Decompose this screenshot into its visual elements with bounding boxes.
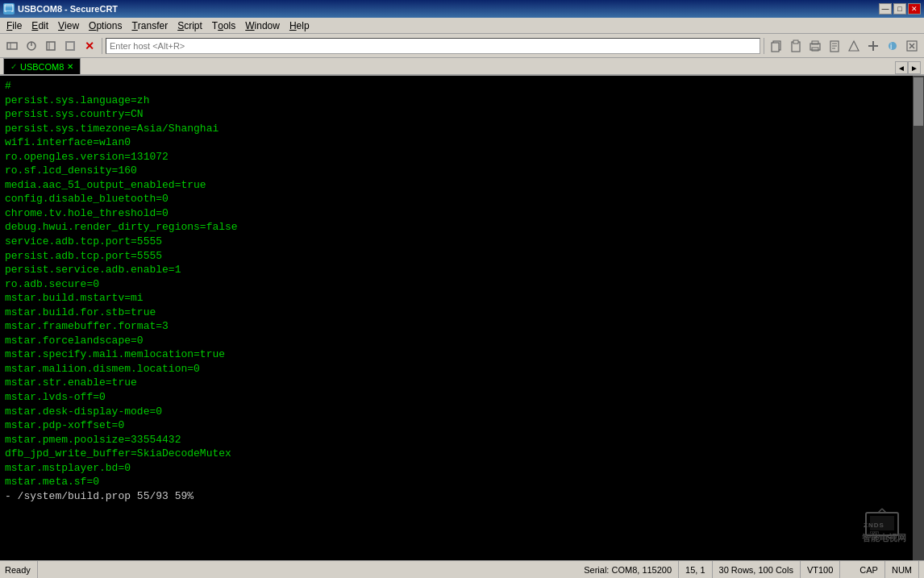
menu-options[interactable]: Options	[84, 18, 127, 33]
status-serial: Serial: COM8, 115200	[577, 561, 679, 578]
toolbar-sep1	[102, 38, 102, 54]
status-serial-text: Serial: COM8, 115200	[584, 565, 672, 575]
titlebar-controls: — □ ✕	[879, 3, 921, 15]
titlebar-left: USBCOM8 - SecureCRT	[3, 3, 118, 15]
terminal-line: mstar.build.mstartv=mi	[5, 291, 909, 306]
status-num: NUM	[885, 561, 919, 578]
toolbar-btn3[interactable]	[42, 37, 60, 55]
terminal-line: chrome.tv.hole_threshold=0	[5, 206, 909, 221]
status-caps: CAP	[853, 561, 885, 578]
toolbar-btn-extra3[interactable]: i	[884, 37, 901, 55]
terminal-line: persist.sys.language=zh	[5, 94, 909, 108]
terminal-line: #	[5, 79, 909, 94]
terminal-line: persist.sys.country=CN	[5, 107, 909, 122]
terminal-line: ro.adb.secure=0	[5, 277, 909, 292]
toolbar-copy[interactable]	[768, 37, 785, 55]
close-button[interactable]: ✕	[908, 3, 921, 15]
svg-rect-14	[793, 40, 798, 44]
status-num-text: NUM	[892, 565, 912, 575]
status-ready: Ready	[5, 561, 38, 578]
menu-help[interactable]: Help	[285, 18, 314, 33]
menubar: File Edit View Options Transfer Script T…	[0, 18, 924, 34]
svg-text:ZNDS: ZNDS	[864, 522, 884, 529]
toolbar-sep2	[764, 38, 764, 54]
minimize-button[interactable]: —	[879, 3, 892, 15]
toolbar-print[interactable]	[806, 37, 824, 55]
toolbar-btn-extra2[interactable]	[864, 37, 882, 55]
terminal-line: config.disable_bluetooth=0	[5, 192, 909, 206]
terminal-line: persist.sys.timezone=Asia/Shanghai	[5, 122, 909, 136]
svg-marker-22	[849, 41, 859, 51]
tab-usbcom8[interactable]: ✓ USBCOM8 ✕	[3, 58, 81, 74]
tabbar: ✓ USBCOM8 ✕ ◄ ►	[0, 58, 924, 76]
menu-transfer[interactable]: Transfer	[127, 18, 173, 33]
terminal-line: mstar.desk-display-mode=0	[5, 405, 909, 419]
terminal-line: mstar.pdp-xoffset=0	[5, 418, 909, 433]
terminal-line: mstar.forcelandscape=0	[5, 334, 909, 348]
terminal-line: ro.sf.lcd_density=160	[5, 164, 909, 178]
terminal-line: - /system/build.prop 55/93 59%	[5, 489, 909, 504]
toolbar-disconnect-btn[interactable]: ✕	[81, 37, 98, 55]
toolbar-paste[interactable]	[787, 37, 805, 55]
terminal-line: debug.hwui.render_dirty_regions=false	[5, 220, 909, 235]
terminal-line: service.adb.tcp.port=5555	[5, 235, 909, 249]
toolbar-btn2[interactable]	[23, 37, 40, 55]
statusbar: Ready Serial: COM8, 115200 15, 1 30 Rows…	[0, 560, 924, 578]
svg-rect-12	[772, 43, 779, 52]
maximize-button[interactable]: □	[893, 3, 906, 15]
status-terminal-text: VT100	[807, 565, 833, 575]
status-position-text: 15, 1	[685, 565, 705, 575]
status-dimensions: 30 Rows, 100 Cols	[713, 561, 801, 578]
menu-edit[interactable]: Edit	[27, 18, 53, 33]
status-terminal-type: VT100	[801, 561, 840, 578]
tab-nav: ◄ ►	[895, 61, 921, 74]
tab-next-button[interactable]: ►	[908, 61, 921, 74]
terminal-wrapper: #persist.sys.language=zhpersist.sys.coun…	[0, 76, 924, 560]
terminal-line: persist.service.adb.enable=1	[5, 263, 909, 277]
toolbar-btn-extra4[interactable]	[903, 37, 921, 55]
status-caps-text: CAP	[859, 565, 878, 575]
status-position: 15, 1	[679, 561, 712, 578]
tab-label: USBCOM8	[20, 62, 64, 72]
terminal-line: mstar.meta.sf=0	[5, 475, 909, 489]
address-input[interactable]	[106, 38, 760, 54]
status-dimensions-text: 30 Rows, 100 Cols	[719, 565, 793, 575]
terminal-line: media.aac_51_output_enabled=true	[5, 178, 909, 193]
toolbar-btn4[interactable]	[61, 37, 79, 55]
app-icon	[3, 3, 15, 15]
titlebar-title: USBCOM8 - SecureCRT	[18, 4, 118, 14]
terminal-line: persist.adb.tcp.port=5555	[5, 249, 909, 264]
svg-rect-7	[47, 42, 55, 50]
terminal-line: mstar.lvds-off=0	[5, 390, 909, 405]
terminal-output[interactable]: #persist.sys.language=zhpersist.sys.coun…	[0, 76, 913, 560]
terminal-line: wifi.interface=wlan0	[5, 135, 909, 150]
status-ready-text: Ready	[5, 565, 31, 575]
terminal-line: mstar.maliion.dismem.location=0	[5, 362, 909, 376]
tab-prev-button[interactable]: ◄	[895, 61, 908, 74]
svg-rect-3	[7, 43, 17, 49]
terminal-line: mstar.build.for.stb=true	[5, 306, 909, 320]
toolbar-connect-quick[interactable]	[3, 37, 21, 55]
main-container: USBCOM8 - SecureCRT — □ ✕ File Edit View…	[0, 0, 924, 578]
watermark: ZNDS .com 智能电视网	[859, 506, 908, 544]
tab-close-icon[interactable]: ✕	[67, 62, 73, 71]
terminal-line: ro.opengles.version=131072	[5, 150, 909, 164]
terminal-line: dfb_jpd_write_buffer=SkiaDecodeMutex	[5, 447, 909, 461]
menu-tools[interactable]: Tools	[207, 18, 240, 33]
menu-file[interactable]: File	[2, 18, 27, 33]
toolbar: ✕ i	[0, 34, 924, 58]
terminal-scrollbar[interactable]	[913, 76, 924, 560]
svg-rect-0	[5, 5, 13, 11]
watermark-text: 智能电视网	[862, 532, 906, 544]
terminal-line: mstar.framebuffer.format=3	[5, 319, 909, 334]
toolbar-log[interactable]	[826, 37, 843, 55]
menu-view[interactable]: View	[53, 18, 84, 33]
menu-script[interactable]: Script	[173, 18, 207, 33]
svg-text:i: i	[890, 42, 892, 51]
terminal-line: mstar.mstplayer.bd=0	[5, 461, 909, 476]
menu-window[interactable]: Window	[240, 18, 285, 33]
scroll-thumb[interactable]	[914, 77, 923, 126]
terminal-line: mstar.pmem.poolsize=33554432	[5, 433, 909, 447]
svg-rect-1	[6, 11, 11, 13]
toolbar-btn-extra1[interactable]	[845, 37, 863, 55]
